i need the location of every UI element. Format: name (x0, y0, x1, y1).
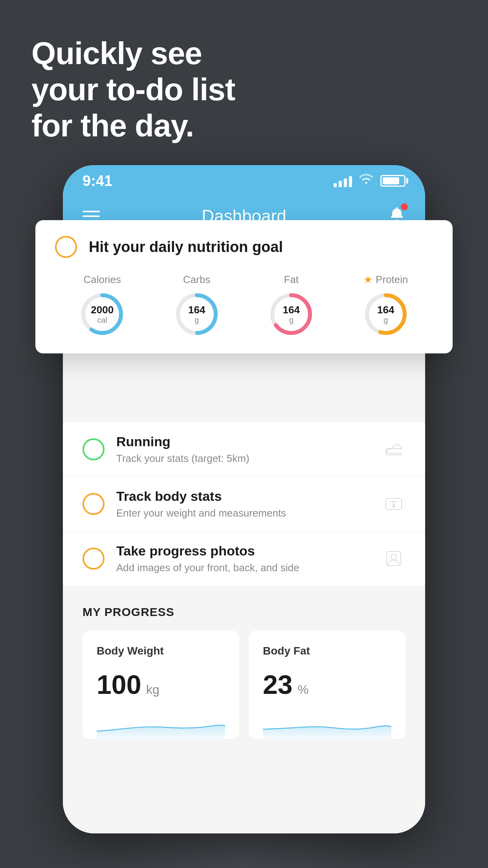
protein-label: ★ Protein (363, 274, 408, 286)
status-icons (334, 173, 405, 189)
todo-sub-running: Track your stats (target: 5km) (116, 452, 370, 465)
protein-unit: g (377, 315, 394, 324)
calories-unit: cal (91, 315, 114, 324)
svg-point-3 (391, 554, 396, 560)
todo-item-photos[interactable]: Take progress photos Add images of your … (63, 531, 425, 586)
todo-checkbox-running[interactable] (83, 438, 105, 460)
body-fat-value: 23 % (263, 669, 391, 700)
fat-donut: 164 g (268, 291, 315, 338)
signal-icon (334, 175, 352, 187)
progress-title: MY PROGRESS (83, 605, 405, 619)
todo-name-photos: Take progress photos (116, 543, 370, 559)
wifi-icon (358, 173, 374, 189)
shoe-icon (382, 438, 405, 461)
nutrition-checkbox[interactable] (55, 236, 77, 258)
progress-cards: Body Weight 100 kg (83, 631, 405, 739)
scale-icon (382, 492, 405, 516)
carbs-donut: 164 g (173, 291, 220, 338)
body-weight-card[interactable]: Body Weight 100 kg (83, 631, 239, 739)
todo-sub-track-body: Enter your weight and measurements (116, 507, 370, 519)
body-weight-value: 100 kg (97, 669, 225, 700)
carbs-unit: g (188, 315, 205, 324)
body-fat-title: Body Fat (263, 645, 391, 657)
calories-donut: 2000 cal (79, 291, 126, 338)
notification-dot (401, 203, 408, 210)
status-bar: 9:41 (63, 165, 425, 197)
body-fat-unit: % (297, 682, 308, 697)
body-fat-chart (263, 712, 391, 739)
progress-section: MY PROGRESS Body Weight 100 kg (63, 586, 425, 751)
protein-donut: 164 g (362, 291, 409, 338)
nutrition-item-protein: ★ Protein 164 g (362, 274, 409, 338)
todo-checkbox-photos[interactable] (83, 548, 105, 570)
body-fat-number: 23 (263, 669, 293, 699)
todo-sub-photos: Add images of your front, back, and side (116, 562, 370, 574)
body-weight-unit: kg (146, 682, 160, 697)
person-icon (382, 547, 405, 570)
todo-list: Running Track your stats (target: 5km) T… (63, 422, 425, 586)
todo-name-track-body: Track body stats (116, 489, 370, 504)
body-weight-number: 100 (97, 669, 141, 699)
fat-unit: g (283, 315, 300, 324)
carbs-value: 164 (188, 304, 205, 316)
fat-value: 164 (283, 304, 300, 316)
body-fat-card[interactable]: Body Fat 23 % (249, 631, 405, 739)
nutrition-item-fat: Fat 164 g (268, 274, 315, 338)
calories-label: Calories (84, 274, 121, 286)
calories-value: 2000 (91, 304, 114, 316)
body-weight-title: Body Weight (97, 645, 225, 657)
nutrition-item-carbs: Carbs 164 g (173, 274, 220, 338)
carbs-label: Carbs (183, 274, 210, 286)
nutrition-card-header: Hit your daily nutrition goal (55, 236, 433, 258)
todo-checkbox-track-body[interactable] (83, 493, 105, 515)
protein-value: 164 (377, 304, 394, 316)
hero-text: Quickly see your to-do list for the day. (31, 35, 235, 144)
nutrition-title: Hit your daily nutrition goal (89, 239, 283, 256)
status-time: 9:41 (83, 173, 112, 189)
battery-icon (380, 175, 405, 187)
nutrition-item-calories: Calories 2000 cal (79, 274, 126, 338)
nutrition-circles: Calories 2000 cal Carbs (55, 274, 433, 338)
body-weight-chart (97, 712, 225, 739)
fat-label: Fat (284, 274, 299, 286)
star-icon: ★ (363, 274, 372, 286)
todo-item-track-body[interactable]: Track body stats Enter your weight and m… (63, 477, 425, 531)
todo-item-running[interactable]: Running Track your stats (target: 5km) (63, 422, 425, 477)
todo-name-running: Running (116, 434, 370, 449)
nutrition-card: Hit your daily nutrition goal Calories 2… (35, 220, 453, 353)
